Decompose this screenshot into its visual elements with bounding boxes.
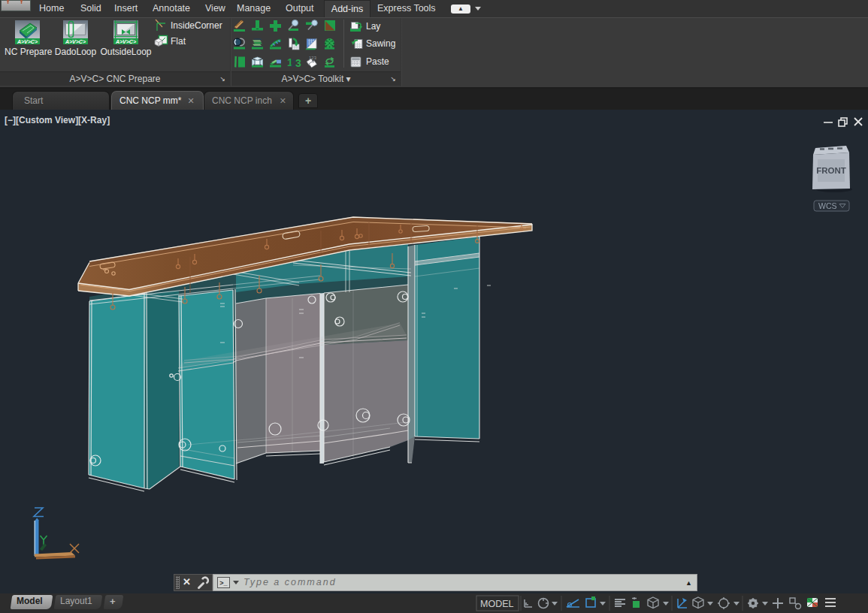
svg-text:A>V>C>: A>V>C> — [17, 39, 38, 44]
svg-text:A>V>C>: A>V>C> — [65, 39, 86, 44]
svg-text:WCS: WCS — [818, 201, 837, 210]
svg-text:MODEL: MODEL — [480, 599, 514, 609]
svg-text:3: 3 — [295, 57, 301, 69]
svg-text:FRONT: FRONT — [816, 166, 846, 175]
svg-text:A>V>C>: A>V>C> — [115, 39, 136, 44]
